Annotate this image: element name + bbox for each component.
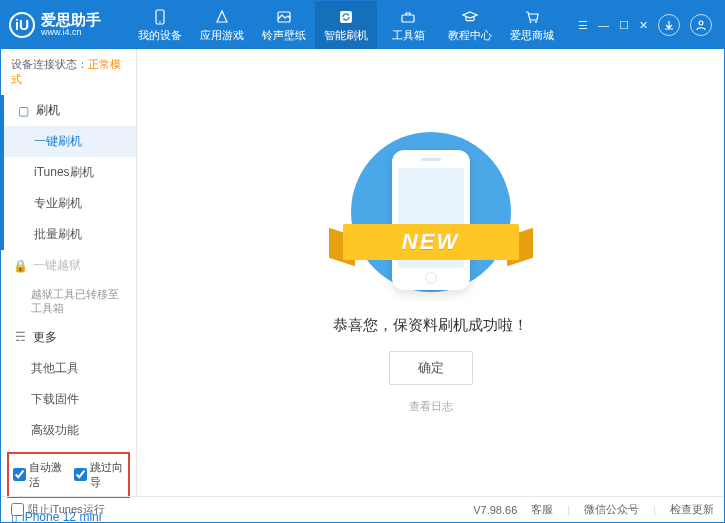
nav-label: 工具箱 <box>392 28 425 43</box>
section-title: 刷机 <box>36 102 60 119</box>
skip-guide-checkbox[interactable]: 跳过向导 <box>74 460 125 490</box>
section-more[interactable]: ☴ 更多 <box>1 322 136 353</box>
nav-label: 铃声壁纸 <box>262 28 306 43</box>
main-panel: NEW 恭喜您，保资料刷机成功啦！ 确定 查看日志 <box>137 49 724 496</box>
brand-name: 爱思助手 <box>41 12 101 29</box>
section-title: 更多 <box>33 329 57 346</box>
checkbox-label: 自动激活 <box>29 460 64 490</box>
options-box: 自动激活 跳过向导 <box>7 452 130 498</box>
section-flash[interactable]: ▢ 刷机 <box>4 95 136 126</box>
nav-label: 智能刷机 <box>324 28 368 43</box>
nav-tutorials[interactable]: 教程中心 <box>439 1 501 49</box>
app-window: iU 爱思助手 www.i4.cn 我的设备 应用游戏 铃声壁纸 智能刷机 <box>0 0 725 523</box>
menu-icon[interactable]: ☰ <box>578 19 588 32</box>
phone-icon <box>151 8 169 26</box>
graduation-icon <box>461 8 479 26</box>
nav-my-device[interactable]: 我的设备 <box>129 1 191 49</box>
version-label: V7.98.66 <box>473 504 517 516</box>
sidebar-item-other-tools[interactable]: 其他工具 <box>1 353 136 384</box>
auto-activate-checkbox[interactable]: 自动激活 <box>13 460 64 490</box>
logo-icon: iU <box>9 12 35 38</box>
refresh-icon <box>337 8 355 26</box>
wallpaper-icon <box>275 8 293 26</box>
sidebar-item-advanced[interactable]: 高级功能 <box>1 415 136 446</box>
lock-icon: 🔒 <box>13 259 27 273</box>
user-icon[interactable] <box>690 14 712 36</box>
nav-ringtones[interactable]: 铃声壁纸 <box>253 1 315 49</box>
more-icon: ☴ <box>13 330 27 344</box>
section-title: 一键越狱 <box>33 257 81 274</box>
new-ribbon: NEW <box>343 224 519 260</box>
titlebar: iU 爱思助手 www.i4.cn 我的设备 应用游戏 铃声壁纸 智能刷机 <box>1 1 724 49</box>
block-itunes-checkbox[interactable]: 阻止iTunes运行 <box>11 502 105 517</box>
brand-url: www.i4.cn <box>41 28 101 38</box>
wechat-link[interactable]: 微信公众号 <box>584 502 639 517</box>
minimize-icon[interactable]: ― <box>598 19 609 31</box>
jailbreak-note: 越狱工具已转移至工具箱 <box>1 281 136 322</box>
svg-rect-3 <box>340 11 352 23</box>
apps-icon <box>213 8 231 26</box>
svg-point-5 <box>530 21 532 23</box>
sidebar-item-batch-flash[interactable]: 批量刷机 <box>4 219 136 250</box>
window-controls: ☰ ― ☐ ✕ <box>578 14 716 36</box>
nav-label: 应用游戏 <box>200 28 244 43</box>
svg-rect-4 <box>402 15 414 22</box>
nav-toolbox[interactable]: 工具箱 <box>377 1 439 49</box>
success-message: 恭喜您，保资料刷机成功啦！ <box>333 316 528 335</box>
sidebar: 设备连接状态：正常模式 ▢ 刷机 一键刷机 iTunes刷机 专业刷机 批量刷机… <box>1 49 137 496</box>
nav-label: 教程中心 <box>448 28 492 43</box>
svg-point-6 <box>535 21 537 23</box>
svg-point-1 <box>159 21 161 23</box>
connection-status: 设备连接状态：正常模式 <box>1 49 136 95</box>
svg-point-7 <box>699 21 703 25</box>
close-icon[interactable]: ✕ <box>639 19 648 32</box>
nav-flash[interactable]: 智能刷机 <box>315 1 377 49</box>
nav-apps[interactable]: 应用游戏 <box>191 1 253 49</box>
sidebar-item-oneclick-flash[interactable]: 一键刷机 <box>4 126 136 157</box>
flash-section-icon: ▢ <box>16 104 30 118</box>
section-jailbreak[interactable]: 🔒 一键越狱 <box>1 250 136 281</box>
brand: iU 爱思助手 www.i4.cn <box>9 12 129 38</box>
ok-button[interactable]: 确定 <box>389 351 473 385</box>
checkbox-label: 阻止iTunes运行 <box>28 502 105 517</box>
view-log-link[interactable]: 查看日志 <box>409 399 453 414</box>
statusbar: 阻止iTunes运行 V7.98.66 客服| 微信公众号| 检查更新 <box>1 496 724 522</box>
sidebar-item-pro-flash[interactable]: 专业刷机 <box>4 188 136 219</box>
check-update-link[interactable]: 检查更新 <box>670 502 714 517</box>
cart-icon <box>523 8 541 26</box>
sidebar-item-itunes-flash[interactable]: iTunes刷机 <box>4 157 136 188</box>
download-icon[interactable] <box>658 14 680 36</box>
maximize-icon[interactable]: ☐ <box>619 19 629 32</box>
checkbox-label: 跳过向导 <box>90 460 125 490</box>
success-illustration: NEW <box>341 132 521 302</box>
top-nav: 我的设备 应用游戏 铃声壁纸 智能刷机 工具箱 教程中心 <box>129 1 578 49</box>
nav-store[interactable]: 爱思商城 <box>501 1 563 49</box>
nav-label: 爱思商城 <box>510 28 554 43</box>
status-label: 设备连接状态： <box>11 58 88 70</box>
nav-label: 我的设备 <box>138 28 182 43</box>
sidebar-item-download-firmware[interactable]: 下载固件 <box>1 384 136 415</box>
toolbox-icon <box>399 8 417 26</box>
support-link[interactable]: 客服 <box>531 502 553 517</box>
